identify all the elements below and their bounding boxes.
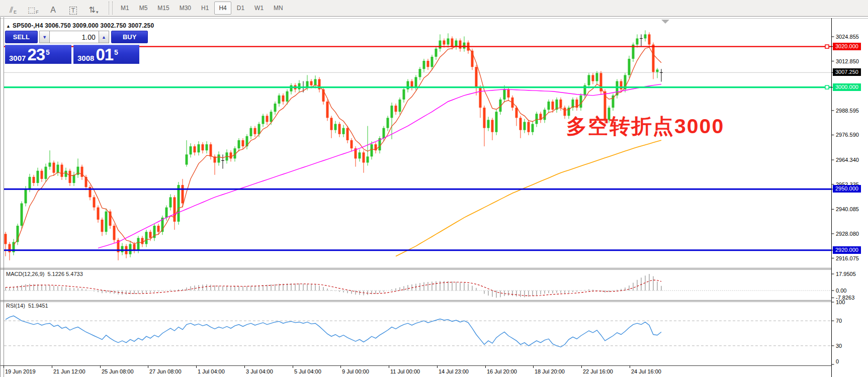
timeframe-d1-button[interactable]: D1 [232, 2, 249, 15]
buy-price-pips: 01 [96, 47, 113, 62]
chart-draw-e-icon[interactable]: ⫽E [5, 2, 22, 15]
volume-input[interactable]: 1.00 [50, 31, 98, 43]
time-label: 3 Jul 04:00 [246, 368, 273, 374]
rsi-scale-70: 70 [836, 317, 842, 324]
price-label-3024.855: 3024.855 [836, 33, 859, 40]
chart-plot[interactable] [0, 17, 868, 377]
buy-price-fraction: 5 [114, 49, 118, 55]
sell-button[interactable]: SELL [5, 31, 38, 43]
toolbar-separator [109, 2, 113, 15]
price-label-2988.595: 2988.595 [836, 107, 859, 114]
timeframe-w1-button[interactable]: W1 [250, 2, 268, 15]
timeframe-m5-button[interactable]: M5 [135, 2, 152, 15]
time-label: 11 Jul 00:00 [390, 368, 420, 374]
sell-price-box[interactable]: 3007 23 5 [5, 45, 71, 64]
text-a-icon[interactable]: A [45, 2, 62, 15]
macd-scale-0.00: 0.00 [836, 287, 846, 294]
chart-container: ▲SP500-,H4 3006.750 3009.000 3002.750 30… [0, 17, 868, 377]
time-label: 19 Jun 2019 [5, 368, 36, 374]
time-label: 5 Jul 04:00 [294, 368, 321, 374]
timeframe-h4-button[interactable]: H4 [214, 2, 231, 15]
volume-decrease-button[interactable]: ▼ [39, 31, 50, 43]
buy-price-box[interactable]: 3008 01 5 [73, 45, 139, 64]
rsi-scale-100: 100 [836, 299, 845, 306]
mt4-window: ⫽E⬚FAT⇅▾ M1M5M15M30H1H4D1W1MN ▲SP500-,H4… [0, 0, 868, 377]
rsi-scale-30: 30 [836, 342, 842, 349]
price-label-2928.080: 2928.080 [836, 230, 859, 237]
macd-label: MACD(12,26,9)5.1226 5.4733 [6, 271, 83, 277]
one-click-trading-panel: SELL ▼ 1.00 ▲ BUY 3007 23 5 3008 01 5 [5, 31, 148, 64]
time-label: 14 Jul 23:00 [439, 368, 469, 374]
collapse-triangle-icon[interactable]: ▲ [6, 24, 11, 29]
time-label: 24 Jul 16:00 [631, 368, 661, 374]
price-label-2964.340: 2964.340 [836, 156, 859, 163]
timeframe-m1-button[interactable]: M1 [116, 2, 134, 15]
toolbar: ⫽E⬚FAT⇅▾ M1M5M15M30H1H4D1W1MN [0, 0, 868, 17]
sell-price-handle: 3007 [9, 54, 26, 62]
time-label: 1 Jul 04:00 [198, 368, 225, 374]
price-label-3020.000: 3020.000 [833, 43, 861, 50]
chart-text-annotation: 多空转折点3000 [566, 113, 724, 140]
price-label-3007.250: 3007.250 [833, 68, 861, 76]
time-label: 9 Jul 00:00 [342, 368, 369, 374]
arrows-dropdown-icon[interactable]: ⇅▾ [85, 2, 102, 15]
sell-price-fraction: 5 [46, 49, 50, 55]
buy-price-handle: 3008 [77, 54, 94, 62]
chart-title: ▲SP500-,H4 3006.750 3009.000 3002.750 30… [6, 22, 154, 29]
price-label-2950.000: 2950.000 [833, 185, 861, 193]
time-label: 22 Jul 16:00 [583, 368, 613, 374]
textbox-t-icon[interactable]: T [65, 2, 82, 15]
buy-button[interactable]: BUY [111, 31, 148, 43]
rsi-label: RSI(14)51.9451 [6, 303, 48, 309]
timeframe-mn-button[interactable]: MN [269, 2, 288, 15]
price-label-3000.000: 3000.000 [833, 83, 861, 91]
volume-increase-button[interactable]: ▲ [99, 31, 110, 43]
grid-f-icon[interactable]: ⬚F [25, 2, 42, 15]
timeframe-h1-button[interactable]: H1 [197, 2, 213, 15]
time-label: 16 Jul 20:00 [487, 368, 517, 374]
price-label-2916.075: 2916.075 [836, 255, 859, 262]
time-label: 27 Jun 08:00 [149, 368, 182, 374]
price-label-3012.850: 3012.850 [836, 58, 859, 65]
price-label-2920.000: 2920.000 [833, 246, 861, 254]
chart-title-text: SP500-,H4 3006.750 3009.000 3002.750 300… [13, 22, 154, 29]
timeframe-m30-button[interactable]: M30 [175, 2, 196, 15]
timeframe-m15-button[interactable]: M15 [153, 2, 173, 15]
macd-scale-17.9505: 17.9505 [836, 270, 856, 277]
time-label: 18 Jul 20:00 [535, 368, 565, 374]
time-label: 25 Jun 08:00 [102, 368, 134, 374]
price-label-2976.590: 2976.590 [836, 131, 859, 138]
time-label: 21 Jun 12:00 [53, 368, 85, 374]
rsi-scale-0: 0 [836, 358, 839, 365]
price-label-2940.085: 2940.085 [836, 206, 859, 213]
sell-price-pips: 23 [27, 47, 45, 62]
